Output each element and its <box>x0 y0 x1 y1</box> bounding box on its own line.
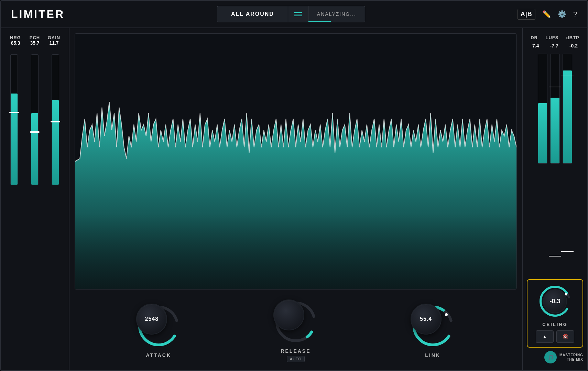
link-knob-wrapper[interactable]: 55.4 <box>411 304 455 348</box>
dr-label: DR <box>531 35 538 40</box>
menu-line-3 <box>294 15 302 16</box>
attack-section: 2548 ATTACK <box>136 304 181 358</box>
pencil-icon[interactable]: ✏️ <box>542 10 551 18</box>
menu-line-2 <box>294 14 302 14</box>
dbtp-fill <box>563 70 572 163</box>
nrg-fill <box>11 94 18 185</box>
ceiling-value: -0.3 <box>549 298 560 305</box>
pch-label: PCH <box>30 35 40 40</box>
pch-fill <box>31 113 38 185</box>
nrg-value: 65.3 <box>11 40 20 46</box>
gain-meter <box>48 54 63 185</box>
link-section: 55.4 LINK <box>411 304 455 358</box>
menu-button[interactable] <box>288 6 308 22</box>
gain-thumb[interactable] <box>51 121 60 122</box>
mute-icon: 🔇 <box>563 334 568 339</box>
auto-badge: AUTO <box>287 356 305 362</box>
lufs-label: LUFS <box>545 35 558 40</box>
analyze-button[interactable]: ANALYZING... <box>308 6 365 22</box>
header-center: ALL AROUND ANALYZING... <box>217 6 365 22</box>
release-knob-inner <box>273 299 304 330</box>
pch-thumb[interactable] <box>30 131 40 133</box>
right-meter-values: 7.4 -7.7 -0.2 <box>527 43 583 48</box>
meters-header: NRG 65.3 PCH 35.7 GAIN 11.7 <box>6 35 64 46</box>
pch-track[interactable] <box>31 54 39 185</box>
analyze-progress <box>308 21 331 22</box>
release-knob-wrapper[interactable] <box>273 299 318 344</box>
nrg-meter <box>7 54 22 185</box>
lufs-bracket-bottom <box>549 256 561 257</box>
attack-value: 2548 <box>145 316 159 322</box>
meters-container <box>6 51 64 363</box>
release-section: RELEASE AUTO <box>273 299 318 362</box>
ceiling-label: CEILING <box>542 322 568 327</box>
waveform-svg <box>75 34 516 289</box>
dbtp-meter[interactable] <box>563 54 572 164</box>
gain-col: GAIN 11.7 <box>44 35 64 46</box>
ab-button[interactable]: A|B <box>518 9 535 20</box>
nrg-thumb[interactable] <box>9 112 19 113</box>
dbtp-value: -0.2 <box>569 43 578 48</box>
dbtp-label: dBTP <box>566 35 579 40</box>
gain-label: GAIN <box>48 35 61 40</box>
analyze-label: ANALYZING... <box>317 11 356 17</box>
gain-fill <box>52 100 59 185</box>
pch-col: PCH 35.7 <box>25 35 44 46</box>
gain-track[interactable] <box>52 54 59 185</box>
right-panel: DR LUFS dBTP 7.4 -7.7 -0.2 <box>522 28 587 370</box>
settings-icon[interactable]: ⚙️ <box>558 10 566 18</box>
app-container: LIMITER ALL AROUND ANALYZING... A|B ✏️ ⚙… <box>0 0 588 371</box>
ceiling-section: -0.3 CEILING ▲ 🔇 <box>527 279 583 348</box>
dbtp-meter-wrap <box>563 54 572 274</box>
right-meters-container <box>527 54 583 274</box>
menu-line-1 <box>294 12 302 13</box>
link-knob-inner: 55.4 <box>411 304 442 335</box>
pch-value: 35.7 <box>30 40 39 46</box>
ceiling-mute-button[interactable]: 🔇 <box>556 330 574 343</box>
logo-area: 🎵 MASTERING THE MIX <box>527 351 583 363</box>
lufs-meter[interactable] <box>550 54 560 164</box>
right-meters-header: DR LUFS dBTP <box>527 35 583 40</box>
main-content: NRG 65.3 PCH 35.7 GAIN 11.7 <box>1 28 587 370</box>
ceiling-knob-wrap[interactable]: -0.3 <box>538 284 572 318</box>
ceiling-btn-row: ▲ 🔇 <box>536 330 574 343</box>
lufs-meter-wrap <box>550 54 560 274</box>
ceiling-triangle-button[interactable]: ▲ <box>536 330 554 343</box>
waveform-area <box>75 33 517 290</box>
center-panel: 2548 ATTACK RELEASE <box>69 28 522 370</box>
dr-meter[interactable] <box>538 54 547 164</box>
gain-value: 11.7 <box>49 40 58 46</box>
attack-label: ATTACK <box>146 352 171 358</box>
nrg-col: NRG 65.3 <box>6 35 25 46</box>
dr-fill <box>538 103 547 163</box>
attack-knob-inner: 2548 <box>136 304 167 335</box>
ceiling-knob-inner: -0.3 <box>543 289 567 313</box>
release-label: RELEASE <box>281 348 311 354</box>
nrg-label: NRG <box>10 35 21 40</box>
header: LIMITER ALL AROUND ANALYZING... A|B ✏️ ⚙… <box>1 1 587 28</box>
svg-point-8 <box>445 313 448 316</box>
attack-knob-wrapper[interactable]: 2548 <box>136 304 181 348</box>
preset-button[interactable]: ALL AROUND <box>217 6 288 22</box>
app-title: LIMITER <box>11 8 65 21</box>
pch-meter <box>27 54 43 185</box>
dr-value: 7.4 <box>532 43 539 48</box>
lufs-value: -7.7 <box>550 43 558 48</box>
dbtp-bracket-bottom <box>561 251 574 252</box>
controls-area: 2548 ATTACK RELEASE <box>69 295 522 370</box>
header-right: A|B ✏️ ⚙️ ? <box>518 9 577 20</box>
help-icon[interactable]: ? <box>573 10 577 18</box>
left-panel: NRG 65.3 PCH 35.7 GAIN 11.7 <box>1 28 69 370</box>
lufs-fill <box>551 98 559 163</box>
link-label: LINK <box>425 352 440 358</box>
nrg-track[interactable] <box>10 54 18 185</box>
link-value: 55.4 <box>420 316 432 322</box>
logo-icon: 🎵 <box>544 351 557 363</box>
logo-text: MASTERING THE MIX <box>559 353 583 362</box>
